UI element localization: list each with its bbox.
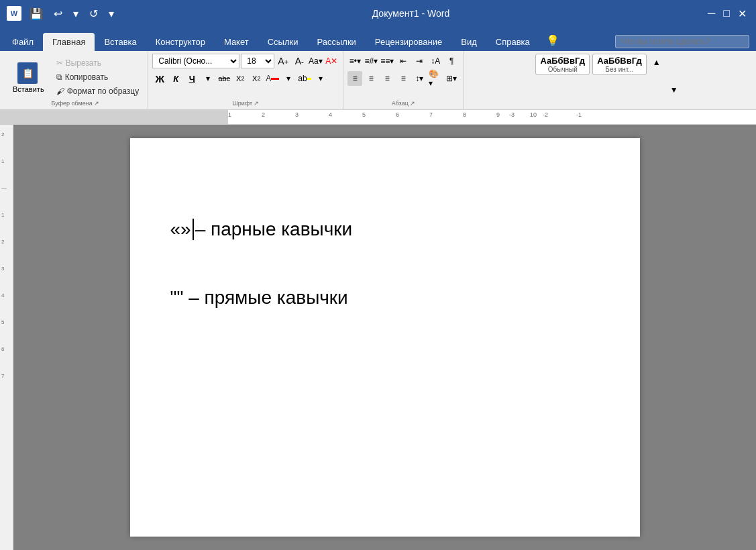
window-title: Документ1 - Word bbox=[372, 8, 450, 19]
styles-scroll-up[interactable]: ▲ bbox=[649, 55, 664, 70]
borders-button[interactable]: ⊞▾ bbox=[444, 71, 459, 86]
para-group-expand-icon[interactable]: ↗ bbox=[410, 100, 415, 107]
bullets-button[interactable]: ≡•▾ bbox=[347, 54, 362, 68]
styles-scroll-down[interactable]: ▼ bbox=[667, 82, 682, 97]
justify-button[interactable]: ≡ bbox=[396, 71, 411, 86]
highlight-dropdown[interactable]: ▾ bbox=[313, 71, 328, 86]
italic-button[interactable]: К bbox=[168, 71, 183, 86]
straight-quotes: "" bbox=[170, 287, 184, 308]
clear-format-button[interactable]: A✕ bbox=[324, 54, 339, 68]
paired-quotes: «» bbox=[170, 219, 191, 240]
app-icon: W bbox=[7, 6, 21, 21]
text-cursor bbox=[193, 219, 194, 240]
format-painter-button[interactable]: 🖌 Формат по образцу bbox=[52, 85, 144, 98]
paragraph-group: ≡•▾ ≡#▾ ≡≡▾ ⇤ ⇥ ↕A ¶ ≡ ≡ ≡ ≡ ↕▾ 🎨▾ ⊞▾ Аб… bbox=[343, 51, 464, 109]
subscript-button[interactable]: X2 bbox=[233, 71, 248, 86]
align-right-button[interactable]: ≡ bbox=[380, 71, 394, 86]
style-no-spacing[interactable]: АаБбВвГд Без инт... bbox=[592, 54, 647, 75]
font-color-button[interactable]: A bbox=[265, 71, 280, 86]
lightbulb-icon: 💡 bbox=[546, 34, 559, 47]
tab-view[interactable]: Вид bbox=[451, 33, 486, 51]
tab-references[interactable]: Ссылки bbox=[258, 33, 308, 51]
tab-review[interactable]: Рецензирование bbox=[366, 33, 451, 51]
font-color-dropdown[interactable]: ▾ bbox=[281, 71, 296, 86]
strikethrough-button[interactable]: abc bbox=[217, 71, 231, 86]
paired-quotes-rest: – парные кавычки bbox=[195, 219, 353, 240]
ruler-left-margin bbox=[0, 110, 228, 124]
copy-button[interactable]: ⧉ Копировать bbox=[52, 70, 144, 84]
font-group: Calibri (Осно... 18 A+ A- Aa▾ A✕ Ж К Ч ▾… bbox=[148, 51, 343, 109]
maximize-button[interactable]: □ bbox=[720, 6, 733, 21]
bold-button[interactable]: Ж bbox=[152, 71, 167, 86]
minimize-button[interactable]: ─ bbox=[705, 6, 718, 21]
ruler-content: 1 2 3 4 5 6 7 8 9 10 -1 -2 -3 bbox=[228, 110, 756, 124]
increase-font-button[interactable]: A+ bbox=[276, 54, 290, 68]
align-center-button[interactable]: ≡ bbox=[364, 71, 378, 86]
change-case-button[interactable]: Aa▾ bbox=[308, 54, 323, 68]
document-line1: «» – парные кавычки bbox=[170, 219, 600, 240]
tab-file[interactable]: Файл bbox=[3, 33, 43, 51]
search-input[interactable] bbox=[615, 35, 749, 48]
tab-mailings[interactable]: Рассылки bbox=[307, 33, 365, 51]
tab-insert[interactable]: Вставка bbox=[95, 33, 146, 51]
redo-button[interactable]: ↺ bbox=[87, 6, 101, 21]
copy-icon: ⧉ bbox=[56, 72, 62, 82]
font-size-select[interactable]: 18 bbox=[241, 54, 274, 68]
group-expand-icon[interactable]: ↗ bbox=[94, 100, 99, 107]
ribbon-tabs: Файл Главная Вставка Конструктор Макет С… bbox=[0, 27, 756, 51]
style-normal[interactable]: АаБбВвГд Обычный bbox=[535, 54, 590, 75]
line-spacing-button[interactable]: ↕▾ bbox=[412, 71, 427, 86]
window-controls: ─ □ ✕ bbox=[705, 6, 749, 21]
close-button[interactable]: ✕ bbox=[735, 6, 749, 21]
underline-button[interactable]: Ч bbox=[184, 71, 199, 86]
multilevel-button[interactable]: ≡≡▾ bbox=[380, 54, 394, 68]
clipboard-group: 📋 Вставить ✂ Вырезать ⧉ Копировать 🖌 Фор… bbox=[3, 51, 148, 109]
save-button[interactable]: 💾 bbox=[27, 6, 46, 21]
tab-home[interactable]: Главная bbox=[43, 33, 95, 51]
align-left-button[interactable]: ≡ bbox=[347, 71, 362, 86]
font-name-select[interactable]: Calibri (Осно... bbox=[152, 54, 239, 68]
ribbon-toolbar: 📋 Вставить ✂ Вырезать ⧉ Копировать 🖌 Фор… bbox=[0, 51, 756, 110]
decrease-font-button[interactable]: A- bbox=[292, 54, 307, 68]
tab-design[interactable]: Конструктор bbox=[146, 33, 215, 51]
show-marks-button[interactable]: ¶ bbox=[444, 54, 459, 68]
format-painter-icon: 🖌 bbox=[56, 87, 64, 96]
vertical-ruler: 2 1 — 1 2 3 4 5 6 7 bbox=[0, 125, 13, 550]
straight-quotes-rest: – прямые кавычки bbox=[183, 287, 347, 308]
main-area: 2 1 — 1 2 3 4 5 6 7 «» – парные кавычки … bbox=[0, 125, 756, 550]
font-group-expand-icon[interactable]: ↗ bbox=[254, 100, 259, 107]
tab-help[interactable]: Справка bbox=[486, 33, 539, 51]
styles-group: АаБбВвГд Обычный АаБбВвГд Без инт... ▲ ▼… bbox=[464, 51, 753, 109]
document-line2: "" – прямые кавычки bbox=[170, 287, 600, 309]
cut-button[interactable]: ✂ Вырезать bbox=[52, 56, 144, 70]
document-area[interactable]: «» – парные кавычки "" – прямые кавычки bbox=[13, 125, 756, 550]
undo-button[interactable]: ↩ bbox=[51, 6, 65, 21]
highlight-button[interactable]: ab bbox=[297, 71, 312, 86]
numbering-button[interactable]: ≡#▾ bbox=[364, 54, 378, 68]
superscript-button[interactable]: X2 bbox=[249, 71, 264, 86]
titlebar: W 💾 ↩ ▾ ↺ ▾ Документ1 - Word ─ □ ✕ bbox=[0, 0, 756, 27]
underline-dropdown[interactable]: ▾ bbox=[201, 71, 215, 86]
tab-layout[interactable]: Макет bbox=[215, 33, 258, 51]
titlebar-left: W 💾 ↩ ▾ ↺ ▾ bbox=[7, 6, 117, 21]
document-page[interactable]: «» – парные кавычки "" – прямые кавычки bbox=[130, 138, 640, 537]
ruler: 1 2 3 4 5 6 7 8 9 10 -1 -2 -3 bbox=[0, 110, 756, 125]
shading-button[interactable]: 🎨▾ bbox=[428, 71, 443, 86]
scissors-icon: ✂ bbox=[56, 58, 63, 68]
sort-button[interactable]: ↕A bbox=[428, 54, 443, 68]
quick-access-dropdown[interactable]: ▾ bbox=[106, 6, 117, 21]
increase-indent-button[interactable]: ⇥ bbox=[412, 54, 427, 68]
decrease-indent-button[interactable]: ⇤ bbox=[396, 54, 411, 68]
paste-button[interactable]: 📋 Вставить bbox=[7, 54, 50, 97]
undo-dropdown[interactable]: ▾ bbox=[70, 6, 81, 21]
paste-label: Вставить bbox=[13, 85, 44, 93]
